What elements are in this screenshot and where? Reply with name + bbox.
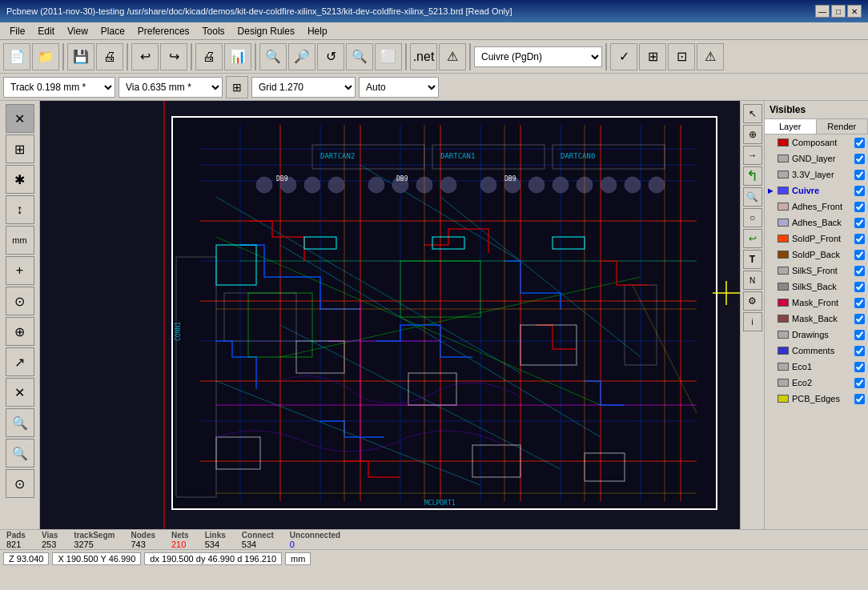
route-button[interactable]: ↰ <box>743 167 762 186</box>
zoom-area-button[interactable]: ⬜ <box>375 43 402 70</box>
grid-tool-button[interactable]: ⊞ <box>6 134 34 163</box>
save-button[interactable]: 💾 <box>67 43 94 70</box>
search2-button[interactable]: 🔍 <box>743 187 762 207</box>
new-button[interactable]: 📄 <box>3 43 30 70</box>
layer-row[interactable]: Composant <box>765 134 868 151</box>
layer-row[interactable]: Adhes_Front <box>765 199 868 215</box>
north-button[interactable]: N <box>743 271 762 290</box>
layer-row[interactable]: SilkS_Back <box>765 279 868 295</box>
minimize-button[interactable]: — <box>815 5 830 18</box>
menu-place[interactable]: Place <box>94 24 131 38</box>
layer-row[interactable]: Drawings <box>765 327 868 343</box>
component-button[interactable]: ⊕ <box>6 317 34 346</box>
select-tool-button[interactable]: ✕ <box>6 104 34 133</box>
print2-button[interactable]: 🖨 <box>195 43 223 70</box>
info-button[interactable]: i <box>743 312 762 331</box>
via-select[interactable]: Via 0.635 mm * <box>119 77 223 98</box>
menu-design-rules[interactable]: Design Rules <box>231 24 301 38</box>
plot-button[interactable]: 📊 <box>224 43 251 70</box>
undo-button[interactable]: ↩ <box>131 43 159 70</box>
3d-button[interactable]: ⊡ <box>668 43 695 70</box>
layer-visibility-checkbox[interactable] <box>854 218 865 228</box>
layer-row[interactable]: Adhes_Back <box>765 215 868 231</box>
layer-visibility-checkbox[interactable] <box>854 394 865 404</box>
search-button[interactable]: 🔍 <box>6 408 34 437</box>
auto-select[interactable]: Auto <box>359 77 439 98</box>
dimension-button[interactable]: ↕ <box>6 195 34 224</box>
mm-button[interactable]: mm <box>6 226 34 255</box>
highlight-button[interactable]: ⊙ <box>6 469 34 498</box>
crosshair2-button[interactable]: ⊕ <box>743 125 762 144</box>
tab-layer[interactable]: Layer <box>765 119 817 134</box>
track-button[interactable]: ↗ <box>6 347 34 376</box>
verify-button[interactable]: ✓ <box>610 43 637 70</box>
redo-button[interactable]: ↪ <box>160 43 187 70</box>
open-button[interactable]: 📁 <box>32 43 59 70</box>
layer-visibility-checkbox[interactable] <box>854 282 865 292</box>
layer-row[interactable]: SilkS_Front <box>765 263 868 279</box>
separator-5 <box>405 43 407 70</box>
ratsnest-button[interactable]: ✱ <box>6 165 34 194</box>
drc-button[interactable]: ⚠ <box>439 43 466 70</box>
layer-color-swatch <box>778 331 789 339</box>
layer-row[interactable]: SoldP_Back <box>765 247 868 263</box>
text-button[interactable]: T <box>743 250 762 269</box>
layer-visibility-checkbox[interactable] <box>854 170 865 180</box>
grid-select[interactable]: Grid 1.270 <box>251 77 356 98</box>
layer-row[interactable]: ▶Cuivre <box>765 183 868 199</box>
layer-visibility-checkbox[interactable] <box>854 154 865 164</box>
menu-view[interactable]: View <box>61 24 94 38</box>
menu-file[interactable]: File <box>3 24 31 38</box>
layer-visibility-checkbox[interactable] <box>854 346 865 356</box>
layer-row[interactable]: GND_layer <box>765 151 868 167</box>
tab-render[interactable]: Render <box>817 119 869 134</box>
circle-button[interactable]: ○ <box>743 208 762 227</box>
close-button[interactable]: ✕ <box>847 5 862 18</box>
layer-visibility-checkbox[interactable] <box>854 298 865 308</box>
maximize-button[interactable]: □ <box>831 5 846 18</box>
zoom-in-button[interactable]: 🔍 <box>259 43 287 70</box>
menu-help[interactable]: Help <box>301 24 334 38</box>
menu-tools[interactable]: Tools <box>196 24 231 38</box>
zoom-fit-button[interactable]: 🔍 <box>346 43 373 70</box>
track-select[interactable]: Track 0.198 mm * <box>3 77 115 98</box>
right-panel: Visibles Layer Render Composant GND_laye… <box>764 101 868 529</box>
layer-row[interactable]: PCB_Edges <box>765 391 868 407</box>
warn-button[interactable]: ⚠ <box>697 43 724 70</box>
layer-visibility-checkbox[interactable] <box>854 138 865 148</box>
layer-visibility-checkbox[interactable] <box>854 234 865 244</box>
zoom-out-button[interactable]: 🔎 <box>288 43 315 70</box>
layer-visibility-checkbox[interactable] <box>854 266 865 276</box>
footprint-button[interactable]: ⊞ <box>639 43 666 70</box>
print-button[interactable]: 🖨 <box>96 43 123 70</box>
grid-icon-button[interactable]: ⊞ <box>226 76 248 98</box>
layer-visibility-checkbox[interactable] <box>854 202 865 212</box>
pcb-canvas[interactable]: DARTCAN2 DARTCAN1 DARTCAN0 CONN1 MCLPORT… <box>40 101 740 529</box>
pad-button[interactable]: ⊙ <box>6 287 34 315</box>
layer-row[interactable]: Mask_Back <box>765 311 868 327</box>
zoom-refresh-button[interactable]: ↺ <box>317 43 344 70</box>
layer-row[interactable]: Eco1 <box>765 359 868 375</box>
netlist-button[interactable]: .net <box>410 43 437 70</box>
layer-visibility-checkbox[interactable] <box>854 186 865 196</box>
layer-visibility-checkbox[interactable] <box>854 314 865 324</box>
menu-preferences[interactable]: Preferences <box>131 24 196 38</box>
layer-select[interactable]: Cuivre (PgDn) <box>474 46 602 67</box>
layer-row[interactable]: 3.3V_layer <box>765 167 868 183</box>
layer-visibility-checkbox[interactable] <box>854 362 865 372</box>
menu-edit[interactable]: Edit <box>31 24 61 38</box>
zone-button[interactable]: ✕ <box>6 378 34 407</box>
inspect-button[interactable]: 🔍 <box>6 439 34 468</box>
arrow-button[interactable]: → <box>743 146 762 165</box>
layer-row[interactable]: Mask_Front <box>765 295 868 311</box>
layer-visibility-checkbox[interactable] <box>854 330 865 340</box>
layer-visibility-checkbox[interactable] <box>854 378 865 388</box>
cursor-button[interactable]: ↖ <box>743 104 762 123</box>
undo2-button[interactable]: ↩ <box>743 229 762 248</box>
settings-button[interactable]: ⚙ <box>743 291 762 311</box>
crosshair-button[interactable]: + <box>6 256 34 285</box>
layer-row[interactable]: SoldP_Front <box>765 231 868 247</box>
layer-row[interactable]: Eco2 <box>765 375 868 391</box>
layer-row[interactable]: Comments <box>765 343 868 359</box>
layer-visibility-checkbox[interactable] <box>854 250 865 260</box>
